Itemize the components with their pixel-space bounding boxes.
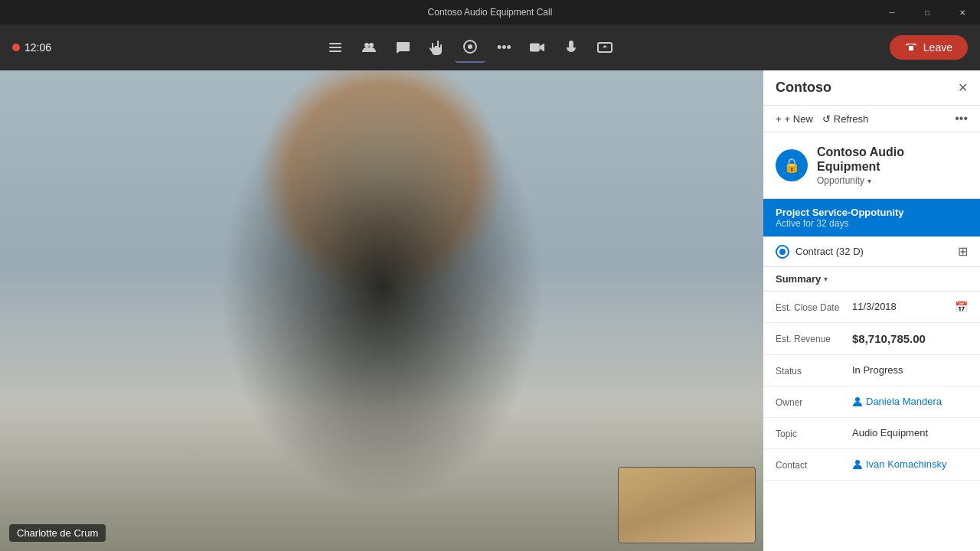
side-panel: Contoso ✕ + + New ↺ Refresh ••• 🔒 Contos…	[763, 70, 980, 551]
title-bar: Contoso Audio Equipment Call ─ □ ✕	[0, 0, 980, 24]
est-revenue-label: Est. Revenue	[776, 332, 852, 344]
panel-header: Contoso ✕	[763, 70, 980, 106]
call-timer: 12:06	[12, 41, 51, 54]
panel-title: Contoso	[776, 80, 831, 96]
svg-point-6	[468, 44, 472, 49]
topic-value: Audio Equipment	[852, 427, 968, 439]
svg-rect-0	[329, 43, 341, 44]
est-close-date-value: 11/3/2018	[852, 301, 955, 312]
contact-value[interactable]: Ivan Komachinsky	[852, 458, 968, 470]
svg-point-4	[369, 43, 374, 47]
person-icon	[852, 396, 863, 407]
svg-rect-1	[329, 47, 341, 48]
owner-label: Owner	[776, 396, 852, 408]
calendar-icon[interactable]: 📅	[955, 301, 968, 313]
summary-label: Summary	[776, 273, 821, 285]
est-revenue-value: $8,710,785.00	[852, 332, 968, 345]
contract-status-icon	[776, 245, 789, 259]
close-button[interactable]: ✕	[945, 0, 980, 24]
project-banner-subtitle: Active for 32 days	[776, 218, 968, 229]
status-value: In Progress	[852, 364, 968, 376]
topic-label: Topic	[776, 427, 852, 439]
svg-rect-8	[569, 41, 573, 48]
roster-button[interactable]	[320, 32, 351, 63]
status-label: Status	[776, 364, 852, 377]
close-icon: ✕	[958, 81, 968, 94]
contract-row[interactable]: Contract (32 D) ⊞	[763, 236, 980, 267]
recording-indicator	[12, 44, 20, 51]
raise-hand-button[interactable]	[421, 32, 452, 63]
leave-label: Leave	[923, 41, 952, 54]
owner-field: Owner Daniela Mandera	[763, 386, 980, 418]
contact-field: Contact Ivan Komachinsky	[763, 449, 980, 481]
est-close-date-field: Est. Close Date 11/3/2018 📅	[763, 292, 980, 323]
refresh-icon: ↺	[822, 113, 831, 125]
record-type: Opportunity	[817, 175, 864, 186]
est-close-date-label: Est. Close Date	[776, 301, 852, 313]
status-field: Status In Progress	[763, 355, 980, 386]
owner-name: Daniela Mandera	[866, 396, 942, 407]
share-button[interactable]	[590, 32, 620, 63]
svg-point-12	[855, 460, 860, 465]
refresh-label: Refresh	[834, 113, 869, 125]
summary-section[interactable]: Summary ▾	[763, 267, 980, 292]
svg-rect-10	[909, 46, 913, 51]
contract-left: Contract (32 D)	[776, 245, 864, 259]
svg-rect-2	[329, 51, 341, 52]
call-toolbar: 12:06	[0, 24, 980, 70]
panel-more-button[interactable]: •••	[955, 112, 968, 126]
project-banner-title: Project Service-Oppotunity	[776, 207, 968, 218]
refresh-button[interactable]: ↺ Refresh	[822, 113, 869, 125]
new-button[interactable]: + + New	[776, 113, 813, 125]
participant-label: Charlotte de Crum	[9, 524, 106, 542]
svg-point-11	[855, 397, 860, 402]
window-title: Contoso Audio Equipment Call	[428, 7, 553, 18]
new-label: + New	[785, 113, 813, 125]
est-revenue-field: Est. Revenue $8,710,785.00	[763, 323, 980, 355]
svg-rect-7	[530, 44, 540, 52]
microphone-button[interactable]	[556, 32, 586, 63]
person-icon	[852, 459, 863, 470]
topic-field: Topic Audio Equipment	[763, 418, 980, 449]
participants-button[interactable]	[354, 32, 384, 63]
chevron-down-icon: ▾	[867, 177, 871, 185]
summary-chevron-icon: ▾	[824, 275, 828, 283]
background-blur-button[interactable]	[455, 32, 485, 63]
leave-button[interactable]: Leave	[890, 35, 968, 60]
record-card: 🔒 Contoso Audio Equipment Opportunity ▾	[763, 132, 980, 199]
minimize-button[interactable]: ─	[874, 0, 910, 24]
panel-close-button[interactable]: ✕	[958, 80, 968, 95]
timer-display: 12:06	[24, 41, 51, 54]
toolbar-center: •••	[320, 32, 620, 63]
plus-icon: +	[776, 113, 782, 125]
lock-icon: 🔒	[783, 157, 800, 174]
record-name: Contoso Audio Equipment	[817, 145, 968, 174]
more-icon: •••	[497, 40, 511, 56]
panel-actions: + + New ↺ Refresh •••	[763, 106, 980, 132]
owner-value[interactable]: Daniela Mandera	[852, 396, 968, 407]
maximize-button[interactable]: □	[910, 0, 945, 24]
self-video-thumbnail	[618, 467, 756, 543]
record-type-row: Opportunity ▾	[817, 175, 968, 186]
contact-label: Contact	[776, 458, 852, 471]
window-controls: ─ □ ✕	[874, 0, 980, 24]
more-options-button[interactable]: •••	[488, 32, 519, 63]
grid-view-icon[interactable]: ⊞	[958, 244, 968, 259]
camera-button[interactable]	[522, 32, 553, 63]
svg-point-3	[364, 43, 369, 47]
video-area: Charlotte de Crum	[0, 70, 763, 551]
project-service-banner[interactable]: Project Service-Oppotunity Active for 32…	[763, 199, 980, 236]
more-icon: •••	[955, 112, 968, 125]
chat-button[interactable]	[387, 32, 418, 63]
contact-name: Ivan Komachinsky	[866, 458, 947, 470]
record-info: Contoso Audio Equipment Opportunity ▾	[817, 145, 968, 186]
record-icon: 🔒	[776, 149, 808, 181]
contract-label: Contract (32 D)	[795, 246, 864, 257]
contract-inner-dot	[779, 249, 786, 255]
